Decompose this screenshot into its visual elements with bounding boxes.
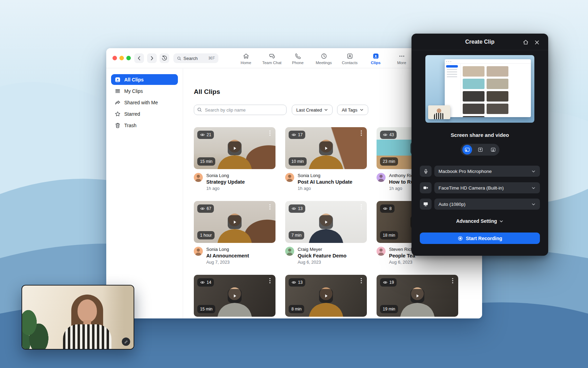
microphone-icon: [420, 166, 432, 177]
play-icon: [232, 219, 237, 225]
advanced-setting-toggle[interactable]: Advanced Setting: [411, 218, 548, 224]
fullscreen-window-button[interactable]: [126, 56, 131, 60]
sidebar-item-label: All Clips: [124, 77, 144, 82]
clip-search-input[interactable]: [194, 105, 287, 115]
more-options-icon[interactable]: [358, 203, 365, 211]
clip-card[interactable]: 13 8 min Sonia Long Next steps for 8/2 A…: [285, 275, 367, 318]
play-button[interactable]: [228, 289, 242, 303]
clip-meta: Sonia Long Post AI Launch Update 1h ago: [285, 173, 367, 191]
clip-title: AI Announcement: [206, 253, 249, 259]
filter-row: Last Created All Tags: [194, 105, 368, 115]
play-button[interactable]: [319, 289, 333, 303]
play-button[interactable]: [228, 215, 242, 229]
play-button[interactable]: [410, 289, 424, 303]
clip-thumbnail[interactable]: 21 15 min: [194, 127, 275, 169]
duration-badge: 7 min: [289, 231, 304, 239]
tag-filter-button[interactable]: All Tags: [337, 105, 368, 115]
clip-card[interactable]: 21 15 min Sonia Long Strategy Update 1h …: [194, 127, 275, 191]
sidebar-item-my-clips[interactable]: My Clips: [111, 86, 178, 96]
more-options-icon[interactable]: [266, 277, 273, 284]
sidebar-item-label: Starred: [124, 111, 140, 117]
clip-title: How to Ru: [389, 179, 414, 185]
duration-badge: 8 min: [289, 305, 304, 313]
avatar: [194, 247, 203, 256]
clip-card[interactable]: 14 15 min Steven Richardson New Billing …: [194, 275, 275, 318]
edit-badge[interactable]: [122, 338, 130, 346]
eye-icon: [383, 207, 388, 210]
play-button[interactable]: [319, 141, 333, 155]
list-icon: [115, 88, 121, 94]
clip-thumbnail[interactable]: 14 15 min: [194, 275, 275, 317]
global-search-field[interactable]: Search ⌘F: [173, 53, 218, 63]
back-chevron-icon: [136, 55, 142, 61]
tab-home[interactable]: Home: [233, 51, 259, 67]
sort-filter-button[interactable]: Last Created: [292, 105, 333, 115]
more-options-icon[interactable]: [266, 129, 273, 137]
eye-icon: [291, 133, 296, 137]
clip-card[interactable]: 13 7 min Craig Meyer Quick Feature Demo …: [285, 201, 367, 265]
sidebar-item-all-clips[interactable]: All Clips: [111, 74, 178, 85]
panel-home-button[interactable]: [522, 38, 530, 46]
clip-title: Post AI Launch Update: [298, 179, 352, 185]
history-button[interactable]: [160, 53, 169, 63]
clip-thumbnail[interactable]: 13 8 min: [285, 275, 367, 317]
play-button[interactable]: [228, 141, 242, 155]
tab-more[interactable]: More: [389, 51, 415, 67]
resolution-select[interactable]: Auto (1080p): [434, 199, 540, 210]
views-badge: 21: [197, 131, 214, 139]
more-options-icon[interactable]: [358, 277, 365, 284]
clip-thumbnail[interactable]: 13 7 min: [285, 201, 367, 243]
sidebar-item-trash[interactable]: Trash: [111, 120, 178, 131]
mode-screen-share-button[interactable]: [476, 145, 485, 154]
chevron-down-icon: [499, 219, 504, 224]
tab-contacts[interactable]: Contacts: [337, 51, 363, 67]
chevron-down-icon: [324, 108, 328, 112]
mode-camera-only-button[interactable]: [489, 145, 498, 154]
record-icon: [458, 236, 463, 241]
more-options-icon[interactable]: [358, 129, 365, 137]
tab-clips[interactable]: Clips: [363, 51, 389, 67]
duration-badge: 10 min: [289, 157, 307, 166]
tab-meetings[interactable]: Meetings: [311, 51, 337, 67]
close-window-button[interactable]: [112, 56, 117, 60]
clip-meta: Sonia Long Strategy Update 1h ago: [194, 173, 275, 191]
clip-thumbnail[interactable]: 17 10 min: [285, 127, 367, 169]
page-title: All Clips: [194, 88, 220, 96]
resolution-value: Auto (1080p): [438, 202, 465, 207]
back-button[interactable]: [134, 53, 144, 63]
monitor-icon: [420, 199, 432, 210]
panel-close-button[interactable]: [533, 38, 541, 46]
pencil-icon: [124, 340, 128, 344]
avatar: [285, 173, 294, 182]
more-options-icon[interactable]: [449, 277, 456, 284]
clip-card[interactable]: 19 19 min Steven Richardson Benefits Ann…: [377, 275, 458, 318]
microphone-select[interactable]: Macbook Pro Microphone: [434, 166, 540, 177]
camera-preview-window[interactable]: [21, 285, 134, 350]
top-navigation: Home Team Chat Phone Meetings Contacts C…: [233, 51, 415, 67]
clip-date: 1h ago: [389, 186, 414, 191]
search-icon: [177, 56, 181, 61]
forward-button[interactable]: [147, 53, 157, 63]
clip-title: Quick Feature Demo: [298, 253, 346, 259]
clip-thumbnail[interactable]: 19 19 min: [377, 275, 458, 317]
tab-team-chat[interactable]: Team Chat: [259, 51, 285, 67]
eye-icon: [291, 281, 296, 284]
preview-mini-window: [445, 59, 531, 117]
clip-thumbnail[interactable]: 67 1 hour: [194, 201, 275, 243]
clips-icon: [372, 53, 379, 60]
clip-card[interactable]: 17 10 min Sonia Long Post AI Launch Upda…: [285, 127, 367, 191]
views-badge: 13: [289, 204, 305, 213]
play-button[interactable]: [319, 215, 333, 229]
minimize-window-button[interactable]: [119, 56, 124, 60]
more-options-icon[interactable]: [266, 203, 273, 211]
avatar: [194, 173, 203, 182]
tab-phone[interactable]: Phone: [285, 51, 311, 67]
chevron-down-icon: [531, 202, 536, 207]
camera-select[interactable]: FaceTime HD Camera (Built-in): [434, 182, 540, 193]
mode-screen-and-camera-button[interactable]: [462, 145, 472, 155]
start-recording-button[interactable]: Start Recording: [420, 233, 540, 244]
contact-card-icon: [346, 53, 353, 60]
sidebar-item-starred[interactable]: Starred: [111, 108, 178, 119]
clip-card[interactable]: 67 1 hour Sonia Long AI Announcement Aug…: [194, 201, 275, 265]
sidebar-item-shared-with-me[interactable]: Shared with Me: [111, 97, 178, 108]
